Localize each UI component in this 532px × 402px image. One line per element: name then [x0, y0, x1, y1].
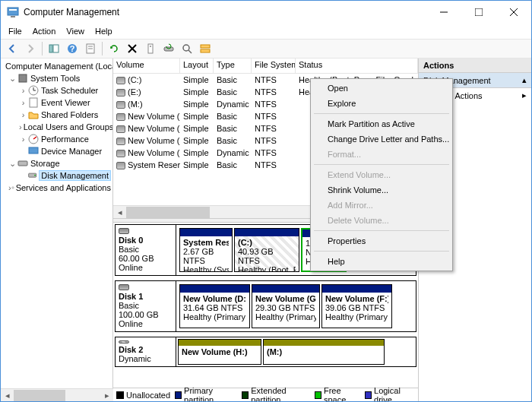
context-menu: Open Explore Mark Partition as Active Ch… [310, 78, 453, 271]
svg-rect-21 [201, 45, 210, 48]
view-button[interactable] [197, 40, 214, 57]
svg-rect-33 [29, 147, 38, 154]
properties-button[interactable] [82, 40, 99, 57]
svg-point-36 [34, 175, 36, 176]
volume-block[interactable]: (M:) [263, 339, 385, 365]
menu-view[interactable]: View [62, 25, 89, 37]
svg-rect-24 [19, 74, 27, 82]
settings-button[interactable] [142, 40, 159, 57]
expand-icon[interactable]: › [19, 98, 27, 107]
svg-rect-4 [475, 8, 483, 16]
close-button[interactable] [496, 1, 531, 24]
menubar: File Action View Help [1, 24, 531, 39]
legend-primary-icon [175, 391, 182, 399]
tree-task-scheduler[interactable]: ›Task Scheduler [2, 84, 111, 97]
disk-header[interactable]: Disk 2Dynamic [116, 337, 176, 366]
ctx-properties[interactable]: Properties [312, 233, 451, 248]
ctx-extend: Extend Volume... [312, 167, 451, 182]
tree-device-manager[interactable]: Device Manager [2, 145, 111, 157]
svg-point-38 [12, 188, 13, 188]
minimize-button[interactable] [426, 1, 461, 24]
collapse-icon[interactable]: ⌄ [8, 159, 17, 169]
refresh-button[interactable] [106, 40, 122, 57]
menu-action[interactable]: Action [28, 25, 61, 37]
find-button[interactable] [179, 40, 195, 57]
legend-logical-icon [365, 391, 372, 399]
maximize-button[interactable] [461, 1, 496, 24]
svg-rect-0 [8, 8, 18, 15]
submenu-icon: ▸ [522, 90, 527, 100]
tree-disk-management[interactable]: Disk Management [2, 169, 111, 182]
tree-storage[interactable]: ⌄Storage [2, 157, 111, 169]
tree-system-tools[interactable]: ⌄System Tools [2, 72, 111, 84]
menu-file[interactable]: File [4, 25, 27, 37]
collapse-icon[interactable]: ⌄ [8, 74, 17, 84]
legend-extended-icon [242, 391, 249, 399]
disk-header[interactable]: Disk 0Basic60.00 GBOnline [116, 225, 176, 275]
tree-root[interactable]: Computer Management (Local) [2, 60, 111, 72]
forward-button[interactable] [22, 40, 39, 57]
legend-unallocated-icon [116, 391, 124, 399]
expand-icon[interactable]: › [19, 122, 22, 131]
back-button[interactable] [4, 40, 21, 57]
ctx-help[interactable]: Help [312, 254, 451, 269]
ctx-shrink[interactable]: Shrink Volume... [312, 182, 451, 198]
help-button[interactable]: ? [64, 40, 81, 57]
col-layout[interactable]: Layout [180, 59, 214, 73]
ctx-format: Format... [312, 147, 451, 162]
svg-text:?: ? [70, 44, 75, 53]
volume-block[interactable]: New Volume (H:) [178, 339, 261, 365]
ctx-change-letter[interactable]: Change Drive Letter and Paths... [312, 131, 451, 147]
volume-block[interactable]: New Volume (F:)39.06 GB NTFSHealthy (Pri… [321, 284, 392, 328]
tree-services[interactable]: ›Services and Applications [2, 182, 111, 194]
svg-rect-8 [53, 45, 59, 52]
grid-header: Volume Layout Type File System Status [113, 59, 418, 74]
svg-rect-2 [11, 16, 15, 17]
svg-rect-1 [9, 9, 17, 11]
show-hide-tree-button[interactable] [46, 40, 62, 57]
rescan-button[interactable] [160, 40, 177, 57]
titlebar: Computer Management [1, 1, 531, 24]
svg-point-17 [150, 46, 151, 47]
legend-free-icon [315, 391, 321, 399]
svg-rect-34 [18, 161, 27, 166]
volume-block[interactable]: New Volume (D:)31.64 GB NTFSHealthy (Pri… [179, 284, 250, 328]
svg-rect-22 [201, 49, 210, 52]
volume-block[interactable]: System Reserved2.67 GB NTFSHealthy (Syst… [179, 228, 233, 272]
tree-local-users[interactable]: ›Local Users and Groups [2, 121, 111, 133]
legend: Unallocated Primary partition Extended p… [113, 388, 418, 401]
expand-icon[interactable]: › [19, 135, 27, 144]
svg-rect-28 [30, 98, 37, 107]
tree-performance[interactable]: ›Performance [2, 133, 111, 145]
tree-event-viewer[interactable]: ›Event Viewer [2, 97, 111, 109]
nav-tree[interactable]: Computer Management (Local) ⌄System Tool… [1, 59, 113, 401]
col-fs[interactable]: File System [252, 59, 296, 73]
delete-button[interactable] [124, 40, 141, 57]
volume-block[interactable]: (C:)40.93 GB NTFSHealthy (Boot, Page Fil… [234, 228, 299, 272]
ctx-delete: Delete Volume... [312, 213, 451, 228]
collapse-icon: ▴ [522, 75, 527, 85]
ctx-explore[interactable]: Explore [312, 96, 451, 111]
menu-help[interactable]: Help [90, 25, 117, 37]
svg-line-20 [188, 50, 192, 53]
svg-rect-7 [49, 45, 52, 52]
volume-block[interactable]: New Volume (G:)29.30 GB NTFSHealthy (Pri… [252, 284, 320, 328]
tree-shared-folders[interactable]: ›Shared Folders [2, 109, 111, 121]
ctx-mirror: Add Mirror... [312, 198, 451, 213]
ctx-open[interactable]: Open [312, 81, 451, 96]
ctx-mark-active[interactable]: Mark Partition as Active [312, 116, 451, 131]
expand-icon[interactable]: › [19, 86, 27, 95]
expand-icon[interactable]: › [19, 110, 27, 119]
svg-rect-16 [148, 44, 153, 53]
col-type[interactable]: Type [214, 59, 252, 73]
col-volume[interactable]: Volume [113, 59, 180, 73]
disk-header[interactable]: Disk 1Basic100.00 GBOnline [116, 281, 176, 331]
disk-row[interactable]: Disk 1Basic100.00 GBOnlineNew Volume (D:… [115, 280, 416, 332]
window-title: Computer Management [24, 7, 426, 17]
svg-point-19 [183, 45, 189, 51]
actions-header: Actions [419, 59, 531, 73]
tree-hscroll[interactable]: ◂▸ [1, 388, 113, 401]
disk-row[interactable]: Disk 2DynamicNew Volume (H:)(M:) [115, 337, 416, 367]
app-icon [7, 6, 19, 18]
col-status[interactable]: Status [296, 59, 418, 73]
